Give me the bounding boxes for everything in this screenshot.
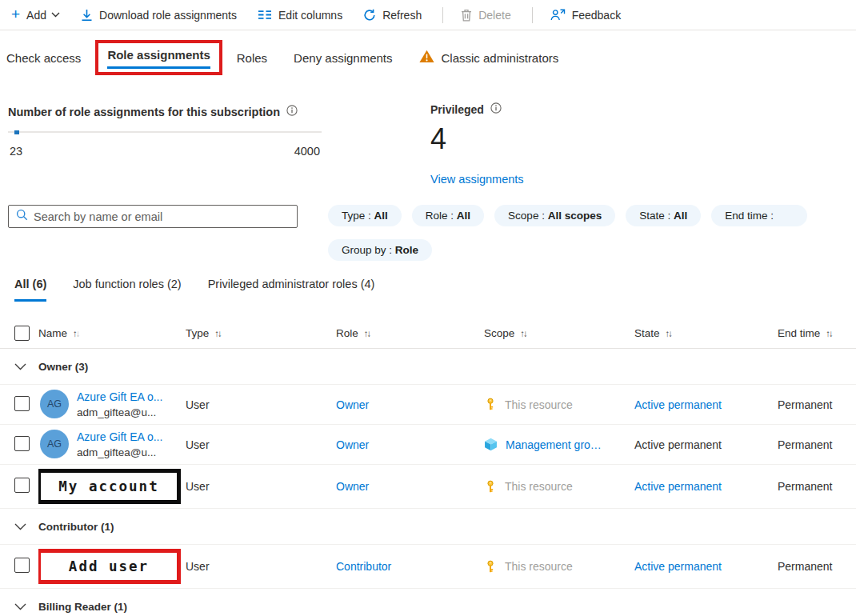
scope-label: This resource xyxy=(505,480,573,493)
state-link[interactable]: Active permanent xyxy=(634,480,722,493)
key-icon xyxy=(484,560,497,574)
view-tabs: All (6) Job function roles (2) Privilege… xyxy=(14,278,374,302)
redacted-name-box[interactable]: Add user xyxy=(38,549,181,584)
column-header-state[interactable]: State↑↓ xyxy=(634,327,778,339)
info-icon[interactable] xyxy=(286,105,298,118)
tab-label: Classic administrators xyxy=(442,51,559,65)
filter-pill-role[interactable]: Role : All xyxy=(412,205,484,226)
table-row[interactable]: AGAzure Gift EA o...adm_giftea@u...UserO… xyxy=(0,425,856,465)
sort-icon: ↑↓ xyxy=(666,329,672,338)
type-cell: User xyxy=(186,398,336,411)
tab-roles[interactable]: Roles xyxy=(237,51,267,65)
table-row[interactable]: Add userUserContributorThis resourceActi… xyxy=(0,545,856,589)
sort-icon: ↑↓ xyxy=(214,329,221,338)
group-label: Owner (3) xyxy=(38,361,88,373)
scope-label: This resource xyxy=(505,398,573,411)
assignments-progress-bar xyxy=(8,130,322,134)
role-link[interactable]: Contributor xyxy=(336,560,391,573)
feedback-label: Feedback xyxy=(572,9,621,22)
management-group-icon xyxy=(484,438,498,451)
download-role-assignments-button[interactable]: Download role assignments xyxy=(81,9,237,22)
privileged-title: Privileged xyxy=(430,103,484,116)
filter-pill-type[interactable]: Type : All xyxy=(328,205,402,226)
tab-classic-administrators[interactable]: Classic administrators xyxy=(419,50,559,66)
scope-label[interactable]: Management gro… xyxy=(506,438,602,451)
filter-pill-end-time[interactable]: End time : xyxy=(711,205,807,226)
toolbar-divider xyxy=(532,7,533,23)
role-link[interactable]: Owner xyxy=(336,438,369,451)
view-assignments-link[interactable]: View assignments xyxy=(430,173,524,186)
principal-email: adm_giftea@u... xyxy=(77,445,162,461)
group-header[interactable]: Contributor (1) xyxy=(0,509,856,545)
table-header: Name↑↓ Type↑↓ Role↑↓ Scope↑↓ State↑↓ End… xyxy=(0,318,856,349)
state-link[interactable]: Active permanent xyxy=(634,398,722,411)
download-label: Download role assignments xyxy=(99,9,237,22)
row-checkbox[interactable] xyxy=(14,558,30,573)
column-header-scope[interactable]: Scope↑↓ xyxy=(484,327,634,339)
select-all-checkbox[interactable] xyxy=(14,326,30,341)
table-row[interactable]: My accountUserOwnerThis resourceActive p… xyxy=(0,465,856,509)
state-link[interactable]: Active permanent xyxy=(634,560,722,573)
role-link[interactable]: Owner xyxy=(336,398,369,411)
redacted-name-box[interactable]: My account xyxy=(38,469,181,504)
search-box xyxy=(8,205,298,228)
refresh-button[interactable]: Refresh xyxy=(363,9,422,22)
column-header-type[interactable]: Type↑↓ xyxy=(186,327,336,339)
add-label: Add xyxy=(26,9,46,22)
row-checkbox[interactable] xyxy=(14,396,30,411)
chevron-down-icon[interactable] xyxy=(14,603,26,610)
column-header-role[interactable]: Role↑↓ xyxy=(336,327,484,339)
toolbar-divider xyxy=(442,7,443,23)
sort-icon: ↑↓ xyxy=(826,329,832,338)
view-tab-privileged-admin-roles[interactable]: Privileged administrator roles (4) xyxy=(208,278,375,302)
row-checkbox[interactable] xyxy=(14,478,30,493)
key-icon xyxy=(484,480,497,494)
row-checkbox[interactable] xyxy=(14,436,30,451)
delete-button[interactable]: Delete xyxy=(461,9,510,22)
column-header-end-time[interactable]: End time↑↓ xyxy=(778,327,856,339)
table-row[interactable]: AGAzure Gift EA o...adm_giftea@u...UserO… xyxy=(0,385,856,425)
feedback-button[interactable]: Feedback xyxy=(550,9,621,22)
group-header[interactable]: Owner (3) xyxy=(0,349,856,385)
edit-columns-button[interactable]: Edit columns xyxy=(258,9,342,22)
chevron-down-icon[interactable] xyxy=(14,363,26,370)
tab-deny-assignments[interactable]: Deny assignments xyxy=(294,51,392,65)
plus-icon: + xyxy=(11,6,20,22)
search-input[interactable] xyxy=(34,206,297,227)
tab-role-assignments[interactable]: Role assignments xyxy=(95,40,222,75)
tab-label: Role assignments xyxy=(107,48,210,69)
group-header[interactable]: Billing Reader (1) xyxy=(0,589,856,616)
tab-label: Deny assignments xyxy=(294,51,392,65)
tab-label: Roles xyxy=(237,51,267,65)
assignments-count-title: Number of role assignments for this subs… xyxy=(8,106,280,118)
add-button[interactable]: + Add xyxy=(11,8,60,22)
view-tab-job-function-roles[interactable]: Job function roles (2) xyxy=(73,278,181,302)
filter-pill-scope[interactable]: Scope : All scopes xyxy=(494,205,615,226)
group-by-pill[interactable]: Group by : Role xyxy=(328,239,432,261)
pivot-tabs: Check access Role assignments Roles Deny… xyxy=(0,31,856,84)
assignments-current: 23 xyxy=(10,145,22,158)
view-tab-all[interactable]: All (6) xyxy=(14,278,46,302)
privileged-count: 4 xyxy=(430,122,524,156)
tab-check-access[interactable]: Check access xyxy=(6,51,81,65)
filter-pill-state[interactable]: State : All xyxy=(626,205,701,226)
download-icon xyxy=(81,9,93,22)
principal-name-link[interactable]: Azure Gift EA o... xyxy=(77,429,162,445)
info-icon[interactable] xyxy=(490,102,502,116)
key-icon xyxy=(484,398,497,411)
edit-columns-icon xyxy=(258,10,272,20)
progress-track xyxy=(8,131,322,133)
column-header-name[interactable]: Name↑↓ xyxy=(38,327,186,339)
table-body: Owner (3)AGAzure Gift EA o...adm_giftea@… xyxy=(0,349,856,616)
end-time-cell: Permanent xyxy=(778,398,856,411)
chevron-down-icon[interactable] xyxy=(14,523,26,530)
principal-email: adm_giftea@u... xyxy=(77,405,162,421)
assignments-max: 4000 xyxy=(294,145,320,158)
scope-label: This resource xyxy=(505,560,573,573)
principal-name-link[interactable]: Azure Gift EA o... xyxy=(77,389,162,405)
end-time-cell: Permanent xyxy=(778,438,856,451)
warning-icon xyxy=(419,50,434,66)
edit-columns-label: Edit columns xyxy=(278,9,342,22)
state-link: Active permanent xyxy=(634,438,722,451)
role-link[interactable]: Owner xyxy=(336,480,369,493)
